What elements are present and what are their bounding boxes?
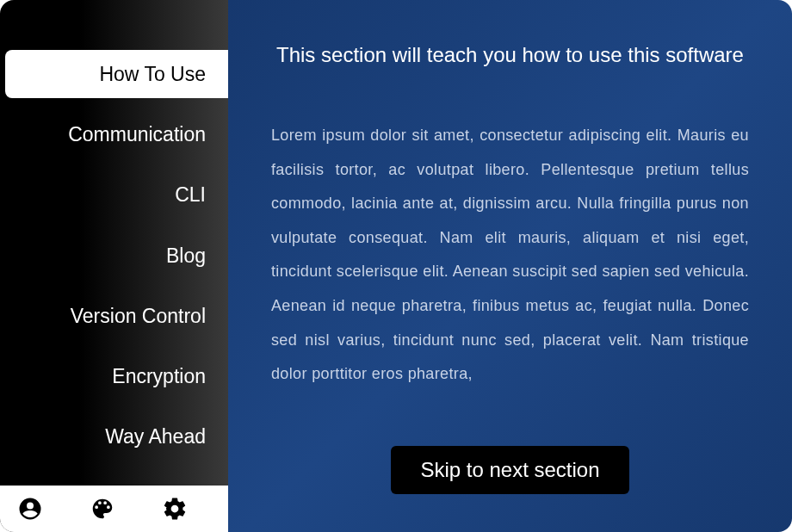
sidebar-item-encryption[interactable]: Encryption	[0, 352, 228, 400]
sidebar-item-version-control[interactable]: Version Control	[0, 292, 228, 340]
sidebar-item-cli[interactable]: CLI	[0, 170, 228, 219]
section-title: This section will teach you how to use t…	[257, 43, 763, 67]
main-content: This section will teach you how to use t…	[228, 0, 792, 532]
sidebar: How To Use Communication CLI Blog Versio…	[0, 0, 228, 532]
sidebar-item-communication[interactable]: Communication	[0, 110, 228, 158]
sidebar-item-how-to-use[interactable]: How To Use	[5, 50, 228, 98]
sidebar-bottom-bar	[0, 486, 228, 532]
gear-icon[interactable]	[160, 494, 189, 523]
section-body: Lorem ipsum dolor sit amet, consectetur …	[257, 119, 763, 429]
sidebar-items: How To Use Communication CLI Blog Versio…	[0, 0, 228, 473]
palette-icon[interactable]	[88, 494, 117, 523]
skip-button[interactable]: Skip to next section	[391, 446, 628, 494]
sidebar-item-way-ahead[interactable]: Way Ahead	[0, 412, 228, 461]
user-icon[interactable]	[15, 494, 45, 523]
sidebar-item-blog[interactable]: Blog	[0, 232, 228, 280]
